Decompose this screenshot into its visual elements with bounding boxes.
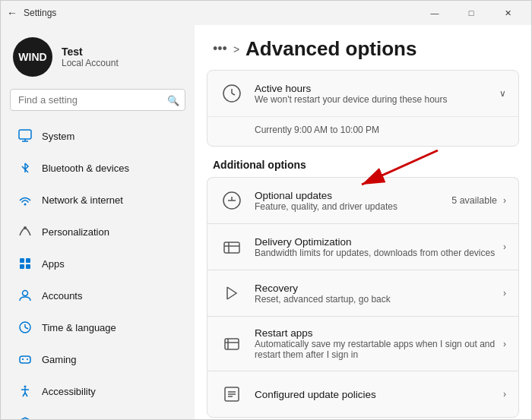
delivery-optimization-chevron: ›: [503, 242, 506, 252]
svg-point-4: [24, 226, 27, 229]
option-restart-apps[interactable]: Restart apps Automatically save my resta…: [207, 316, 519, 371]
option-left-delivery: Delivery Optimization Bandwidth limits f…: [220, 235, 503, 259]
available-badge: 5 available: [451, 195, 497, 206]
option-delivery-optimization[interactable]: Delivery Optimization Bandwidth limits f…: [207, 223, 519, 270]
recovery-title: Recovery: [255, 283, 391, 294]
sidebar-label-gaming: Gaming: [42, 354, 77, 365]
main-content: WIND Test Local Account 🔍 System: [1, 25, 531, 419]
recovery-chevron: ›: [503, 288, 506, 298]
sidebar-label-bluetooth: Bluetooth & devices: [42, 163, 129, 174]
optional-updates-chevron: ›: [503, 195, 506, 206]
sidebar-label-accessibility: Accessibility: [42, 386, 96, 397]
breadcrumb-dots[interactable]: •••: [213, 41, 227, 57]
minimize-button[interactable]: —: [417, 1, 452, 25]
svg-line-25: [232, 93, 235, 95]
active-hours-text: Active hours We won't restart your devic…: [255, 83, 448, 105]
restart-apps-title: Restart apps: [255, 327, 503, 339]
sidebar-item-accounts[interactable]: Accounts: [5, 280, 190, 311]
sidebar-item-privacy[interactable]: Privacy & security: [5, 408, 190, 419]
option-left-restart: Restart apps Automatically save my resta…: [220, 327, 503, 360]
restart-apps-chevron: ›: [503, 339, 506, 349]
sidebar-label-personalization: Personalization: [42, 226, 109, 238]
delivery-optimization-title: Delivery Optimization: [255, 236, 495, 248]
svg-point-3: [24, 204, 27, 206]
optional-updates-icon: [220, 188, 244, 213]
active-hours-chevron: ∨: [499, 88, 506, 99]
optional-updates-title: Optional updates: [255, 190, 397, 201]
optional-updates-right: 5 available ›: [451, 195, 506, 206]
svg-rect-32: [225, 339, 239, 349]
svg-point-17: [24, 386, 27, 388]
active-hours-icon: [220, 81, 244, 106]
option-optional-updates[interactable]: Optional updates Feature, quality, and d…: [207, 177, 519, 223]
option-left-recovery: Recovery Reset, advanced startup, go bac…: [220, 281, 503, 305]
option-left-optional: Optional updates Feature, quality, and d…: [220, 188, 451, 213]
sidebar-label-privacy: Privacy & security: [42, 418, 120, 420]
active-hours-left: Active hours We won't restart your devic…: [220, 81, 448, 106]
sidebar-item-apps[interactable]: Apps: [5, 248, 190, 279]
svg-rect-8: [26, 264, 30, 269]
window-controls: — □ ✕: [417, 1, 525, 25]
network-icon: [17, 192, 33, 207]
optional-updates-desc: Feature, quality, and driver updates: [255, 201, 397, 212]
recovery-icon: [220, 281, 244, 305]
active-hours-card[interactable]: Active hours We won't restart your devic…: [207, 70, 519, 147]
sidebar-item-system[interactable]: System: [5, 121, 190, 151]
bluetooth-icon: [17, 160, 33, 175]
apps-icon: [17, 256, 33, 271]
configured-update-title: Configured update policies: [255, 389, 376, 400]
accessibility-icon: [17, 384, 33, 399]
sidebar-item-bluetooth[interactable]: Bluetooth & devices: [5, 153, 190, 183]
active-hours-current: Currently 9:00 AM to 10:00 PM: [207, 116, 518, 146]
svg-point-16: [27, 358, 28, 360]
search-input[interactable]: [10, 89, 185, 111]
restart-apps-desc: Automatically save my restartable apps w…: [255, 339, 503, 360]
title-bar: ← Settings — □ ✕: [1, 1, 531, 25]
options-list: Optional updates Feature, quality, and d…: [207, 177, 519, 418]
svg-point-9: [23, 291, 28, 296]
option-recovery[interactable]: Recovery Reset, advanced startup, go bac…: [207, 270, 519, 316]
svg-rect-7: [20, 264, 24, 269]
search-box: 🔍: [10, 89, 185, 111]
accounts-icon: [17, 288, 33, 303]
sidebar-item-gaming[interactable]: Gaming: [5, 344, 190, 374]
sidebar-item-network[interactable]: Network & internet: [5, 185, 190, 215]
sidebar-item-accessibility[interactable]: Accessibility: [5, 376, 190, 406]
configured-update-icon: [220, 382, 244, 406]
gaming-icon: [17, 352, 33, 367]
time-icon: [17, 320, 33, 335]
active-hours-title: Active hours: [255, 83, 448, 94]
active-hours-desc: We won't restart your device during thes…: [255, 94, 448, 105]
search-icon: 🔍: [167, 94, 179, 106]
svg-rect-13: [20, 356, 30, 363]
back-icon[interactable]: ←: [7, 7, 17, 19]
sidebar-label-system: System: [42, 131, 74, 142]
configured-update-text: Configured update policies: [255, 389, 376, 400]
page-header: ••• > Advanced options: [195, 25, 531, 70]
delivery-optimization-icon: [220, 235, 244, 259]
profile-name: Test: [62, 46, 119, 58]
profile-type: Local Account: [62, 58, 119, 68]
main-panel: ••• > Advanced options Active hours: [195, 25, 531, 419]
delivery-optimization-desc: Bandwidth limits for updates, downloads …: [255, 248, 495, 258]
sidebar-label-network: Network & internet: [42, 194, 123, 206]
svg-line-21: [25, 393, 27, 396]
profile-section: WIND Test Local Account: [1, 25, 195, 86]
window-title: Settings: [24, 8, 56, 18]
page-title: Advanced options: [245, 37, 416, 61]
restart-apps-text: Restart apps Automatically save my resta…: [255, 327, 503, 360]
maximize-button[interactable]: □: [454, 1, 489, 25]
svg-rect-29: [224, 242, 239, 253]
svg-rect-0: [19, 130, 31, 139]
breadcrumb-arrow: >: [233, 43, 239, 55]
avatar: WIND: [13, 37, 52, 77]
sidebar-item-personalization[interactable]: Personalization: [5, 216, 190, 247]
additional-options-label: Additional options: [195, 147, 531, 177]
svg-line-12: [25, 327, 28, 329]
close-button[interactable]: ✕: [490, 1, 525, 25]
sidebar-label-time: Time & language: [42, 322, 116, 333]
svg-rect-6: [26, 258, 30, 263]
option-configured-update[interactable]: Configured update policies ›: [207, 371, 519, 418]
restart-apps-icon: [220, 332, 244, 356]
sidebar-item-time[interactable]: Time & language: [5, 312, 190, 343]
